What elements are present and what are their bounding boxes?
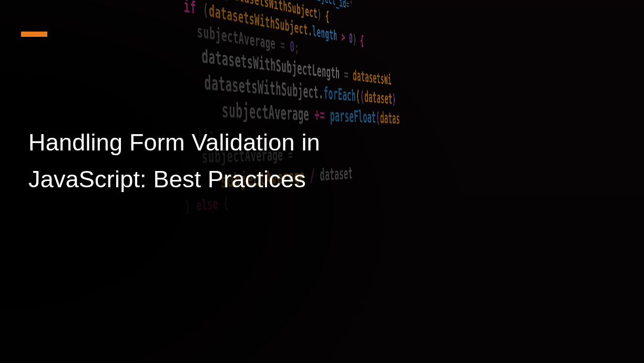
slide: })( 'SELECT * FROM marks WHERE subject_i… [0, 0, 644, 363]
accent-bar [21, 32, 47, 37]
page-title: Handling Form Validation in JavaScript: … [28, 124, 365, 198]
